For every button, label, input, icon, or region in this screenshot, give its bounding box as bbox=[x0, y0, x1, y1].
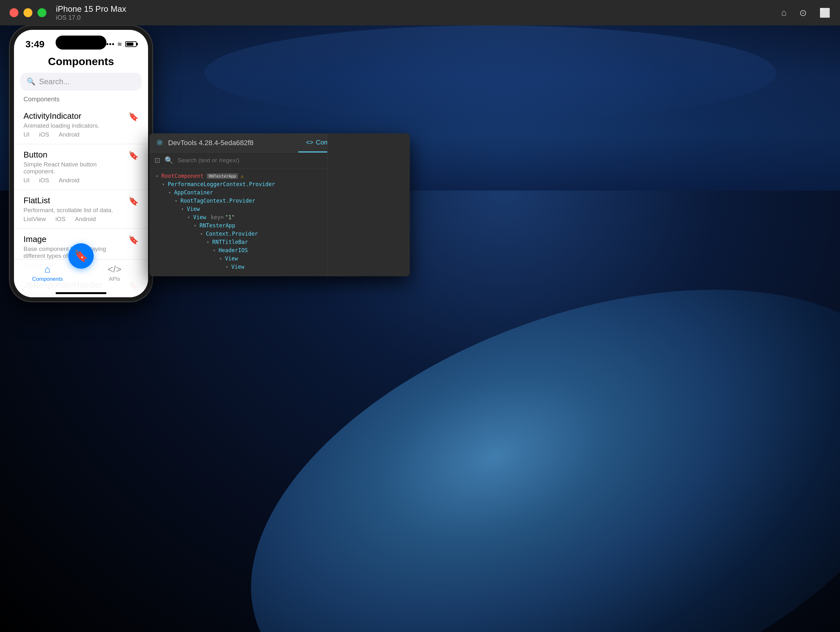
list-item[interactable]: ActivityIndicator Animated loading indic… bbox=[14, 106, 148, 144]
inspect-icon[interactable]: ⊡ bbox=[155, 156, 160, 164]
macos-titlebar: iPhone 15 Pro Max iOS 17.0 ⌂ ⊙ ⬜ bbox=[0, 0, 840, 25]
device-os: iOS 17.0 bbox=[56, 14, 126, 21]
section-label: Components bbox=[14, 96, 148, 106]
component-android: Android bbox=[59, 177, 80, 184]
react-logo: ⚛ bbox=[156, 137, 164, 148]
components-tab-icon: <> bbox=[306, 139, 313, 146]
right-panel bbox=[327, 133, 410, 276]
component-android: Android bbox=[59, 131, 80, 138]
list-item[interactable]: Button Simple React Native button compon… bbox=[14, 144, 148, 190]
home-indicator bbox=[55, 292, 106, 294]
iphone-indicators: ≋ bbox=[106, 41, 137, 48]
chevron-icon: ▾ bbox=[194, 223, 198, 228]
minimize-button[interactable] bbox=[24, 8, 32, 17]
iphone-shell: 3:49 ≋ Components bbox=[9, 25, 153, 302]
component-tags: UI iOS Android bbox=[24, 177, 128, 184]
component-desc: Simple React Native button component. bbox=[24, 161, 128, 175]
node-label: RNTesterApp bbox=[199, 222, 235, 229]
warning-icon: ⚠ bbox=[240, 173, 244, 179]
node-label: RNTTitleBar bbox=[212, 239, 248, 245]
bookmark-icon[interactable]: 🔖 bbox=[128, 196, 139, 206]
node-label: PerformanceLoggerContext.Provider bbox=[168, 181, 275, 188]
component-ios: iOS bbox=[55, 216, 65, 223]
component-ios: iOS bbox=[39, 177, 49, 184]
component-ios: iOS bbox=[39, 131, 49, 138]
iphone-container: 3:49 ≋ Components bbox=[9, 25, 153, 302]
node-badge: RNTesterApp bbox=[207, 173, 238, 179]
node-label: View bbox=[231, 263, 244, 270]
tab-apis[interactable]: </> APIs bbox=[81, 264, 148, 282]
wifi-icon: ≋ bbox=[117, 41, 122, 48]
dynamic-island bbox=[55, 36, 106, 50]
devtools-panel: ⚛ DevTools 4.28.4-5eda682f8 <> Component… bbox=[149, 133, 410, 276]
iphone-status-bar: 3:49 ≋ bbox=[14, 30, 148, 52]
node-label: HeaderIOS bbox=[219, 247, 248, 254]
component-category: ListView bbox=[24, 216, 46, 223]
chevron-icon: ▾ bbox=[207, 240, 211, 244]
node-value: "1" bbox=[225, 214, 235, 221]
chevron-icon: ▾ bbox=[168, 190, 173, 195]
node-label: RootComponent bbox=[161, 173, 204, 179]
home-tab-icon: ⌂ bbox=[44, 264, 50, 275]
chevron-icon: ▾ bbox=[188, 215, 192, 220]
battery-icon bbox=[125, 41, 137, 47]
node-label: AppContainer bbox=[174, 189, 213, 195]
app-header: Components bbox=[14, 52, 148, 73]
devtools-title: DevTools 4.28.4-5eda682f8 bbox=[168, 139, 254, 147]
bookmark-icon[interactable]: 🔖 bbox=[128, 112, 139, 121]
component-desc: Performant, scrollable list of data. bbox=[24, 207, 128, 214]
component-android: Android bbox=[75, 216, 96, 223]
chevron-icon: ▾ bbox=[181, 206, 186, 211]
chevron-icon: ▾ bbox=[200, 231, 205, 236]
node-label: View bbox=[187, 206, 200, 212]
device-info: iPhone 15 Pro Max iOS 17.0 bbox=[56, 4, 126, 21]
node-label: View bbox=[193, 214, 206, 221]
component-name: Image bbox=[24, 234, 128, 244]
chevron-icon: ▾ bbox=[162, 182, 166, 187]
signal-icon bbox=[106, 43, 114, 45]
search-icon: 🔍 bbox=[27, 77, 35, 86]
component-tags: ListView iOS Android bbox=[24, 216, 128, 223]
component-name: Button bbox=[24, 150, 128, 160]
component-info: Button Simple React Native button compon… bbox=[24, 150, 128, 184]
titlebar-controls: ⌂ ⊙ ⬜ bbox=[781, 8, 831, 18]
component-info: FlatList Performant, scrollable list of … bbox=[24, 195, 128, 223]
search-placeholder: Search... bbox=[39, 77, 69, 86]
chevron-icon: ▾ bbox=[226, 264, 230, 270]
node-label: RootTagContext.Provider bbox=[180, 197, 255, 204]
bookmark-icon[interactable]: 🔖 bbox=[128, 151, 139, 161]
component-category: UI bbox=[24, 177, 30, 184]
screenshot-icon[interactable]: ⬜ bbox=[819, 8, 831, 18]
tab-apis-label: APIs bbox=[109, 276, 120, 282]
iphone-screen: 3:49 ≋ Components bbox=[14, 30, 148, 297]
apis-tab-icon: </> bbox=[108, 264, 122, 275]
fab-bookmark-button[interactable]: 🔖 bbox=[68, 243, 94, 269]
tab-components[interactable]: ⌂ Components bbox=[14, 264, 81, 282]
component-info: ActivityIndicator Animated loading indic… bbox=[24, 111, 128, 138]
component-name: FlatList bbox=[24, 195, 128, 205]
component-category: UI bbox=[24, 131, 30, 138]
search-bar[interactable]: 🔍 Search... bbox=[21, 73, 142, 90]
node-label: Context.Provider bbox=[206, 230, 258, 237]
glow-visual bbox=[205, 25, 777, 121]
search-icon: 🔍 bbox=[164, 156, 173, 164]
device-name: iPhone 15 Pro Max bbox=[56, 4, 126, 14]
traffic-lights bbox=[9, 8, 46, 17]
node-attr: key= bbox=[207, 214, 224, 221]
chevron-icon: ▾ bbox=[213, 248, 217, 253]
maximize-button[interactable] bbox=[38, 8, 46, 17]
tab-components-label: Components bbox=[32, 276, 63, 282]
chevron-icon: ▾ bbox=[219, 256, 224, 261]
component-tags: UI iOS Android bbox=[24, 131, 128, 138]
close-button[interactable] bbox=[9, 8, 19, 17]
home-icon[interactable]: ⌂ bbox=[781, 8, 786, 18]
camera-icon[interactable]: ⊙ bbox=[799, 8, 807, 18]
list-item[interactable]: FlatList Performant, scrollable list of … bbox=[14, 190, 148, 229]
component-name: ActivityIndicator bbox=[24, 111, 128, 121]
node-label: View bbox=[225, 255, 238, 262]
chevron-icon: ▾ bbox=[175, 198, 179, 203]
chevron-icon: ▾ bbox=[156, 173, 160, 178]
component-desc: Animated loading indicators. bbox=[24, 122, 128, 129]
bookmark-icon[interactable]: 🔖 bbox=[128, 235, 139, 245]
iphone-time: 3:49 bbox=[25, 39, 44, 50]
